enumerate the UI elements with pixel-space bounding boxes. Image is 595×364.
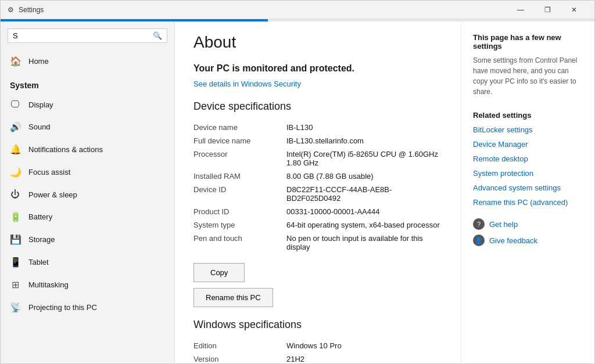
- tablet-label: Tablet: [28, 258, 49, 266]
- protection-banner: Your PC is monitored and protected. See …: [193, 63, 442, 89]
- spec-value: IB-L130.stellarinfo.com: [286, 134, 442, 147]
- win-specs-table: EditionWindows 10 ProVersion21H2: [193, 339, 442, 363]
- progress-fill: [1, 19, 268, 21]
- spec-label: Device ID: [193, 183, 286, 205]
- table-row: Device IDD8C22F11-CCCF-44AB-AE8B-BD2F025…: [193, 183, 442, 205]
- spec-label: Installed RAM: [193, 170, 286, 183]
- main-content: About Your PC is monitored and protected…: [175, 21, 461, 363]
- table-row: EditionWindows 10 Pro: [193, 339, 442, 352]
- spec-label: Processor: [193, 147, 286, 170]
- page-title: About: [193, 33, 442, 52]
- sidebar-item-projecting[interactable]: 📡 Projecting to this PC: [1, 296, 174, 319]
- protection-text: Your PC is monitored and protected.: [193, 63, 442, 74]
- sidebar-item-multitasking[interactable]: ⊞ Multitasking: [1, 273, 174, 296]
- related-settings-title: Related settings: [473, 111, 583, 120]
- focus-assist-icon: 🌙: [10, 167, 20, 178]
- window-title: Settings: [19, 6, 44, 14]
- related-settings-link[interactable]: Advanced system settings: [473, 183, 583, 192]
- table-row: Installed RAM8.00 GB (7.88 GB usable): [193, 170, 442, 183]
- copy-button[interactable]: Copy: [193, 263, 245, 282]
- search-box[interactable]: 🔍: [8, 28, 167, 43]
- display-label: Display: [28, 100, 53, 109]
- get-help-item[interactable]: ? Get help: [473, 218, 583, 230]
- window-icon: ⚙: [8, 6, 14, 14]
- sidebar-item-sound[interactable]: 🔊 Sound: [1, 116, 174, 138]
- title-bar-left: ⚙ Settings: [8, 6, 44, 14]
- spec-value: 8.00 GB (7.88 GB usable): [286, 170, 442, 183]
- spec-label: Version: [193, 352, 286, 363]
- sidebar-item-home[interactable]: 🏠 Home: [1, 50, 174, 73]
- sidebar-item-power[interactable]: ⏻ Power & sleep: [1, 183, 174, 206]
- related-settings-link[interactable]: BitLocker settings: [473, 125, 583, 134]
- storage-label: Storage: [28, 235, 55, 244]
- spec-value: Windows 10 Pro: [286, 339, 442, 352]
- spec-value: IB-L130: [286, 121, 442, 134]
- device-specs-title: Device specifications: [193, 100, 442, 113]
- spec-label: Product ID: [193, 205, 286, 218]
- see-details-link[interactable]: See details in Windows Security: [193, 80, 301, 88]
- related-settings-link[interactable]: Device Manager: [473, 140, 583, 149]
- content-area: 🔍 🏠 Home System 🖵 Display 🔊 Sound 🔔 Noti…: [1, 21, 594, 363]
- table-row: Pen and touchNo pen or touch input is av…: [193, 232, 442, 254]
- sidebar-item-battery[interactable]: 🔋 Battery: [1, 206, 174, 228]
- spec-value: 00331-10000-00001-AA444: [286, 205, 442, 218]
- minimize-button[interactable]: —: [507, 1, 534, 19]
- info-box-title: This page has a few new settings: [473, 33, 583, 51]
- related-settings-link[interactable]: System protection: [473, 169, 583, 178]
- table-row: Version21H2: [193, 352, 442, 363]
- spec-value: 64-bit operating system, x64-based proce…: [286, 218, 442, 232]
- info-box-text: Some settings from Control Panel have mo…: [473, 55, 583, 97]
- projecting-icon: 📡: [10, 302, 20, 313]
- related-settings-link[interactable]: Remote desktop: [473, 154, 583, 163]
- multitasking-icon: ⊞: [10, 279, 20, 290]
- get-help-icon: ?: [473, 218, 485, 230]
- sound-icon: 🔊: [10, 121, 20, 132]
- search-icon: 🔍: [153, 31, 162, 40]
- multitasking-label: Multitasking: [28, 280, 69, 289]
- title-bar-controls: — ❐ ✕: [507, 1, 587, 19]
- spec-label: Full device name: [193, 134, 286, 147]
- sidebar-item-focus-assist[interactable]: 🌙 Focus assist: [1, 161, 174, 183]
- spec-value: No pen or touch input is available for t…: [286, 232, 442, 254]
- table-row: ProcessorIntel(R) Core(TM) i5-8265U CPU …: [193, 147, 442, 170]
- spec-value: Intel(R) Core(TM) i5-8265U CPU @ 1.60GHz…: [286, 147, 442, 170]
- spec-value: 21H2: [286, 352, 442, 363]
- windows-specs-title: Windows specifications: [193, 319, 442, 331]
- sound-label: Sound: [28, 122, 51, 131]
- maximize-button[interactable]: ❐: [534, 1, 561, 19]
- give-feedback-icon: 👤: [473, 235, 485, 246]
- get-help-link[interactable]: Get help: [489, 220, 518, 229]
- spec-label: System type: [193, 218, 286, 232]
- table-row: Device nameIB-L130: [193, 121, 442, 134]
- related-links-container: BitLocker settingsDevice ManagerRemote d…: [473, 125, 583, 207]
- home-icon: 🏠: [10, 56, 20, 67]
- spec-label: Edition: [193, 339, 286, 352]
- sidebar-item-tablet[interactable]: 📱 Tablet: [1, 251, 174, 273]
- spec-label: Device name: [193, 121, 286, 134]
- sidebar-item-display[interactable]: 🖵 Display: [1, 93, 174, 116]
- right-panel: This page has a few new settings Some se…: [461, 21, 594, 363]
- loading-progress: [1, 19, 594, 21]
- table-row: System type64-bit operating system, x64-…: [193, 218, 442, 232]
- spec-value: D8C22F11-CCCF-44AB-AE8B-BD2F025D0492: [286, 183, 442, 205]
- give-feedback-link[interactable]: Give feedback: [489, 236, 537, 245]
- focus-assist-label: Focus assist: [28, 168, 70, 176]
- system-section-header: System: [1, 73, 174, 93]
- related-settings-link[interactable]: Rename this PC (advanced): [473, 198, 583, 207]
- settings-window: ⚙ Settings — ❐ ✕ 🔍 🏠 Home System: [0, 0, 595, 364]
- battery-icon: 🔋: [10, 211, 20, 222]
- power-icon: ⏻: [10, 189, 20, 200]
- home-label: Home: [28, 57, 49, 66]
- give-feedback-item[interactable]: 👤 Give feedback: [473, 235, 583, 246]
- sidebar-item-notifications[interactable]: 🔔 Notifications & actions: [1, 138, 174, 161]
- notifications-label: Notifications & actions: [28, 145, 103, 154]
- storage-icon: 💾: [10, 234, 20, 245]
- notifications-icon: 🔔: [10, 144, 20, 155]
- sidebar-item-storage[interactable]: 💾 Storage: [1, 228, 174, 251]
- search-input[interactable]: [13, 31, 153, 40]
- rename-pc-button[interactable]: Rename this PC: [193, 288, 273, 307]
- battery-label: Battery: [28, 212, 52, 221]
- sidebar: 🔍 🏠 Home System 🖵 Display 🔊 Sound 🔔 Noti…: [1, 21, 175, 363]
- power-label: Power & sleep: [28, 190, 77, 199]
- close-button[interactable]: ✕: [561, 1, 587, 19]
